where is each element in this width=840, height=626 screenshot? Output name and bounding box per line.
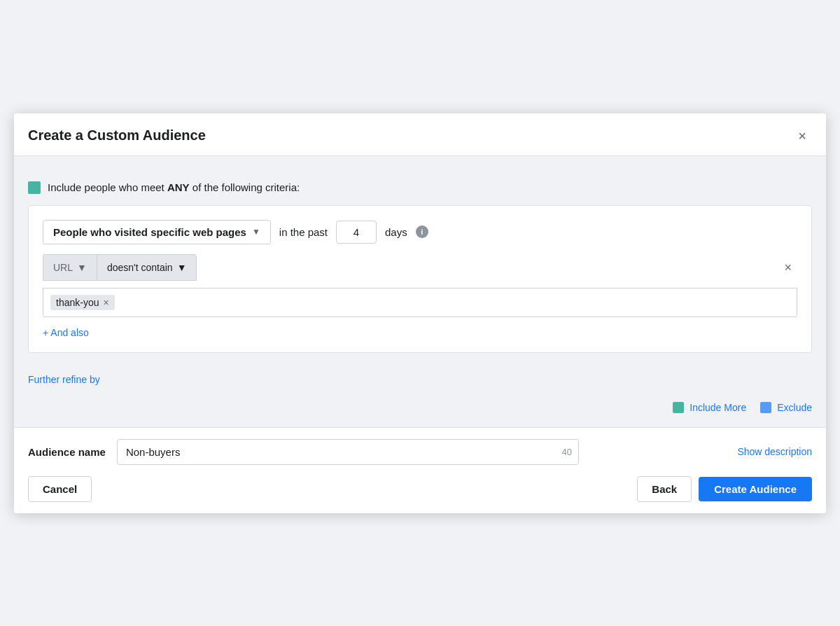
condition-dropdown[interactable]: doesn't contain ▼: [97, 254, 197, 281]
audience-type-dropdown[interactable]: People who visited specific web pages ▼: [43, 220, 271, 244]
days-input[interactable]: [336, 221, 377, 244]
tag-item: thank-you ×: [50, 295, 115, 310]
back-button[interactable]: Back: [637, 476, 692, 502]
audience-name-label: Audience name: [28, 446, 106, 458]
include-more-label: Include More: [690, 402, 746, 413]
include-exclude-row: Include More Exclude: [28, 392, 812, 427]
create-audience-button[interactable]: Create Audience: [699, 477, 812, 501]
modal-body: Include people who meet ANY of the follo…: [14, 156, 826, 427]
in-past-label: in the past: [279, 226, 328, 238]
criteria-text: Include people who meet ANY of the follo…: [48, 181, 300, 193]
close-button[interactable]: ×: [792, 126, 812, 146]
audience-name-row: Audience name 40 Show description: [28, 439, 812, 465]
include-more-button[interactable]: Include More: [673, 402, 746, 413]
tag-remove-button[interactable]: ×: [103, 298, 108, 307]
cancel-button[interactable]: Cancel: [28, 476, 92, 502]
chevron-down-icon: ▼: [252, 227, 260, 237]
tag-value: thank-you: [56, 297, 99, 308]
remove-filter-button[interactable]: ×: [778, 261, 797, 274]
and-also-button[interactable]: + And also: [43, 327, 89, 338]
exclude-label: Exclude: [777, 402, 812, 413]
modal-footer: Audience name 40 Show description Cancel…: [14, 427, 826, 513]
char-count: 40: [561, 447, 571, 457]
exclude-icon: [760, 402, 771, 413]
url-chevron-icon: ▼: [77, 262, 87, 273]
days-unit-label: days: [385, 226, 407, 238]
refine-row: Further refine by: [28, 364, 812, 392]
audience-name-input[interactable]: [117, 439, 579, 465]
criteria-header: Include people who meet ANY of the follo…: [28, 170, 812, 205]
footer-actions: Cancel Back Create Audience: [28, 476, 812, 502]
criteria-prefix: Include people who meet: [48, 181, 167, 193]
criteria-highlight: ANY: [167, 181, 190, 193]
create-custom-audience-modal: Create a Custom Audience × Include peopl…: [14, 113, 826, 513]
condition-label: doesn't contain: [107, 262, 173, 273]
url-label: URL: [53, 262, 73, 273]
exclude-button[interactable]: Exclude: [760, 402, 812, 413]
condition-chevron-icon: ▼: [177, 262, 187, 273]
filter-row: URL ▼ doesn't contain ▼ ×: [43, 254, 797, 281]
url-dropdown[interactable]: URL ▼: [43, 254, 97, 281]
show-description-button[interactable]: Show description: [737, 446, 812, 457]
teal-square-icon: [28, 181, 41, 194]
audience-name-input-wrap: 40: [117, 439, 579, 465]
further-refine-button[interactable]: Further refine by: [28, 374, 100, 385]
audience-block: People who visited specific web pages ▼ …: [28, 205, 812, 353]
criteria-suffix: of the following criteria:: [190, 181, 300, 193]
info-icon[interactable]: i: [416, 225, 428, 238]
audience-type-row: People who visited specific web pages ▼ …: [43, 220, 797, 244]
tag-input-row[interactable]: thank-you ×: [43, 288, 797, 317]
audience-type-label: People who visited specific web pages: [53, 226, 246, 238]
include-more-icon: [673, 402, 684, 413]
right-actions: Back Create Audience: [637, 476, 812, 502]
modal-header: Create a Custom Audience ×: [14, 113, 826, 156]
modal-title: Create a Custom Audience: [28, 127, 206, 144]
